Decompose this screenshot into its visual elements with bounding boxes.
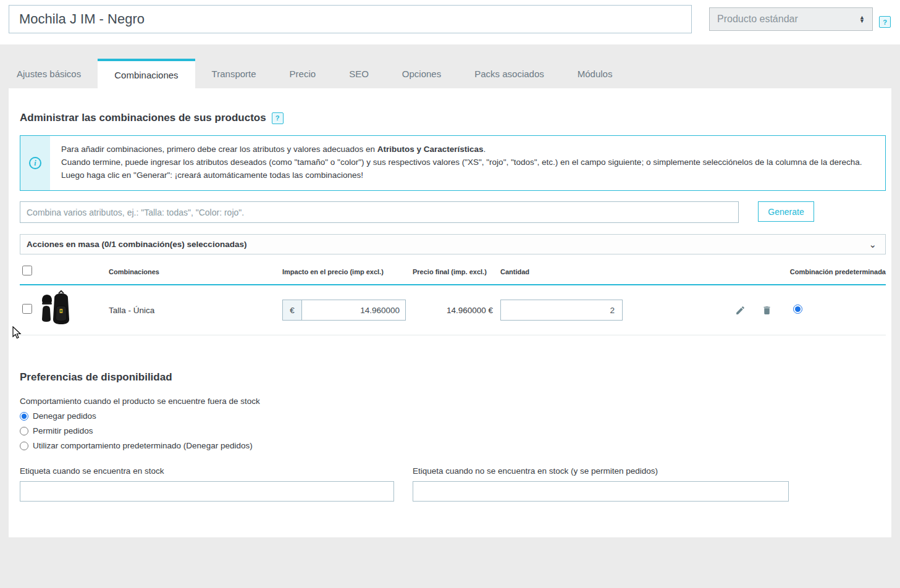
price-impact-group: €: [282, 300, 406, 321]
tab-packs-asociados[interactable]: Packs asociados: [458, 59, 561, 88]
default-behavior-label: Utilizar comportamiento predeterminado (…: [33, 441, 253, 450]
attribute-search-input[interactable]: [20, 201, 739, 223]
combinations-table: Combinaciones Impacto en el precio (imp …: [20, 266, 886, 335]
currency-prefix: €: [283, 300, 302, 320]
info-line1-bold: Atributos y Características: [377, 145, 484, 154]
info-alert: i Para añadir combinaciones, primero deb…: [20, 135, 886, 191]
out-of-stock-input[interactable]: [413, 481, 789, 502]
delete-icon[interactable]: [762, 305, 772, 316]
info-alert-strip: i: [20, 136, 50, 190]
product-thumbnail: [40, 290, 72, 328]
select-arrows-icon: ▲▼: [859, 15, 865, 23]
in-stock-label: Etiqueta cuando se encuentra en stock: [20, 466, 164, 476]
top-bar: Producto estándar ▲▼ ?: [0, 0, 900, 44]
col-header-final-price: Precio final (imp. excl.): [413, 268, 500, 275]
tab-opciones[interactable]: Opciones: [385, 59, 458, 88]
tab-modulos[interactable]: Módulos: [561, 59, 629, 88]
col-header-default: Combinación predeterminada: [781, 268, 886, 275]
product-type-value: Producto estándar: [717, 14, 798, 25]
tab-combinaciones[interactable]: Combinaciones: [98, 59, 195, 88]
tab-ajustes-basicos[interactable]: Ajustes básicos: [0, 59, 98, 88]
col-header-quantity: Cantidad: [500, 268, 623, 275]
combinations-section-title: Administrar las combinaciones de sus pro…: [20, 112, 284, 124]
default-behavior-radio[interactable]: [20, 442, 28, 450]
allow-orders-label: Permitir pedidos: [33, 426, 93, 435]
availability-section-title: Preferencias de disponibilidad: [20, 371, 172, 384]
row-checkbox[interactable]: [22, 304, 32, 314]
quantity-input[interactable]: [500, 300, 623, 321]
help-icon[interactable]: ?: [879, 16, 891, 28]
deny-orders-radio[interactable]: [20, 412, 28, 421]
bulk-actions-bar[interactable]: Acciones en masa (0/1 combinación(es) se…: [20, 234, 886, 254]
info-line2: Cuando termine, puede ingresar los atrib…: [61, 158, 862, 180]
combinations-help-icon[interactable]: ?: [272, 112, 284, 124]
info-line1: Para añadir combinaciones, primero debe …: [61, 145, 377, 154]
out-of-stock-options: Denegar pedidos Permitir pedidos Utiliza…: [20, 411, 253, 450]
info-alert-text: Para añadir combinaciones, primero debe …: [50, 136, 885, 190]
product-name-input[interactable]: [9, 5, 692, 33]
tab-bar: Ajustes básicos Combinaciones Transporte…: [0, 59, 629, 88]
out-of-stock-behavior-label: Comportamiento cuando el producto se enc…: [20, 397, 260, 406]
select-all-checkbox[interactable]: [22, 266, 32, 275]
price-impact-input[interactable]: [302, 300, 405, 320]
tab-precio[interactable]: Precio: [273, 59, 333, 88]
chevron-down-icon: ⌄: [868, 239, 877, 250]
generate-button[interactable]: Generate: [758, 201, 814, 222]
allow-orders-radio[interactable]: [20, 427, 28, 435]
out-of-stock-label: Etiqueta cuando no se encuentra en stock…: [413, 466, 658, 476]
combinations-title-text: Administrar las combinaciones de sus pro…: [20, 112, 266, 124]
tab-seo[interactable]: SEO: [332, 59, 385, 88]
option-deny-orders[interactable]: Denegar pedidos: [20, 411, 253, 421]
bulk-actions-label: Acciones en masa (0/1 combinación(es) se…: [27, 240, 246, 249]
col-header-combinations: Combinaciones: [109, 268, 282, 275]
info-line1-end: .: [484, 145, 486, 154]
product-type-select[interactable]: Producto estándar ▲▼: [709, 7, 873, 31]
row-actions: [623, 305, 781, 316]
col-header-price-impact: Impacto en el precio (imp excl.): [282, 268, 413, 275]
in-stock-input[interactable]: [20, 481, 394, 502]
default-combination-radio[interactable]: [793, 304, 802, 314]
info-icon: i: [29, 157, 41, 169]
combination-name: Talla - Única: [109, 306, 282, 315]
option-default-behavior[interactable]: Utilizar comportamiento predeterminado (…: [20, 441, 253, 450]
deny-orders-label: Denegar pedidos: [33, 411, 96, 421]
table-header-row: Combinaciones Impacto en el precio (imp …: [20, 266, 886, 285]
availability-title-text: Preferencias de disponibilidad: [20, 371, 172, 384]
table-row: Talla - Única € 14.960000 €: [20, 285, 886, 335]
final-price-value: 14.960000 €: [413, 306, 500, 315]
tab-transporte[interactable]: Transporte: [195, 59, 273, 88]
edit-icon[interactable]: [735, 305, 746, 316]
option-allow-orders[interactable]: Permitir pedidos: [20, 426, 253, 435]
